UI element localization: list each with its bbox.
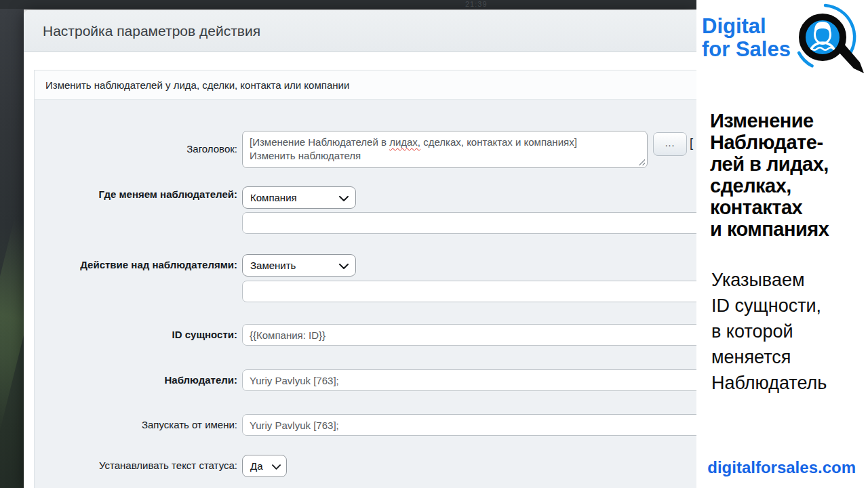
brand-name: Digital for Sales <box>702 15 791 61</box>
insert-value-button[interactable]: ... <box>653 132 687 156</box>
action-settings-dialog: Настройка параметров действия Изменить н… <box>24 10 696 488</box>
entity-type-extra-input[interactable] <box>242 212 696 234</box>
watchers-label: Наблюдатели: <box>38 373 237 387</box>
website-link[interactable]: digitalforsales.com <box>707 458 856 477</box>
entity-type-select-value: Компания <box>250 192 297 203</box>
entity-id-input[interactable] <box>242 324 696 346</box>
sidebar-subtext: Указываем ID сущности, в которой меняетс… <box>711 267 864 396</box>
entity-type-label: Где меняем наблюдателей: <box>38 188 237 201</box>
action-panel-header: Изменить наблюдателей у лида, сделки, ко… <box>35 70 696 100</box>
chevron-down-icon <box>339 196 349 201</box>
title-textarea[interactable]: [Изменение Наблюдателей в лидах, сделках… <box>242 131 648 168</box>
chevron-down-icon <box>339 264 349 269</box>
watcher-action-select-value: Заменить <box>250 260 296 271</box>
action-panel: Изменить наблюдателей у лида, сделки, ко… <box>34 70 696 488</box>
set-status-text-label: Устанавливать текст статуса: <box>38 459 237 472</box>
run-as-input[interactable] <box>242 414 696 436</box>
title-textarea-line2: Изменить наблюдателя <box>250 149 640 163</box>
run-as-label: Запускать от имени: <box>38 418 237 432</box>
dialog-title: Настройка параметров действия <box>24 10 696 52</box>
branding-sidebar: Digital for Sales Изменение Наблюдате- л… <box>696 0 868 488</box>
brand-name-line2: for Sales <box>702 38 791 61</box>
title-field-label: Заголовок: <box>38 142 237 156</box>
video-background-strip <box>0 9 24 488</box>
watcher-action-extra-input[interactable] <box>242 281 696 302</box>
watchers-input[interactable] <box>242 369 696 391</box>
clipped-hint-text: [ <box>690 136 693 150</box>
entity-id-label: ID сущности: <box>38 328 237 342</box>
action-form: Заголовок: [Изменение Наблюдателей в лид… <box>35 100 696 488</box>
entity-type-select[interactable]: Компания <box>242 186 356 209</box>
set-status-text-select[interactable]: Да <box>242 455 287 477</box>
title-textarea-line1: [Изменение Наблюдателей в лидах, сделках… <box>250 136 640 149</box>
chevron-down-icon <box>272 464 281 470</box>
sidebar-heading: Изменение Наблюдате- лей в лидах, сделка… <box>710 110 865 240</box>
brand-name-line1: Digital <box>702 15 791 38</box>
video-timestamp: 21:39 <box>465 0 488 8</box>
watcher-action-select[interactable]: Заменить <box>242 254 356 277</box>
set-status-text-select-value: Да <box>250 460 263 472</box>
brand-logo-magnifier-icon <box>795 0 868 77</box>
action-panel-title: Изменить наблюдателей у лида, сделки, ко… <box>35 70 696 100</box>
misspelled-word: лидах, <box>389 136 420 148</box>
watcher-action-label: Действие над наблюдателями: <box>38 258 237 272</box>
dialog-titlebar: Настройка параметров действия <box>24 10 696 52</box>
